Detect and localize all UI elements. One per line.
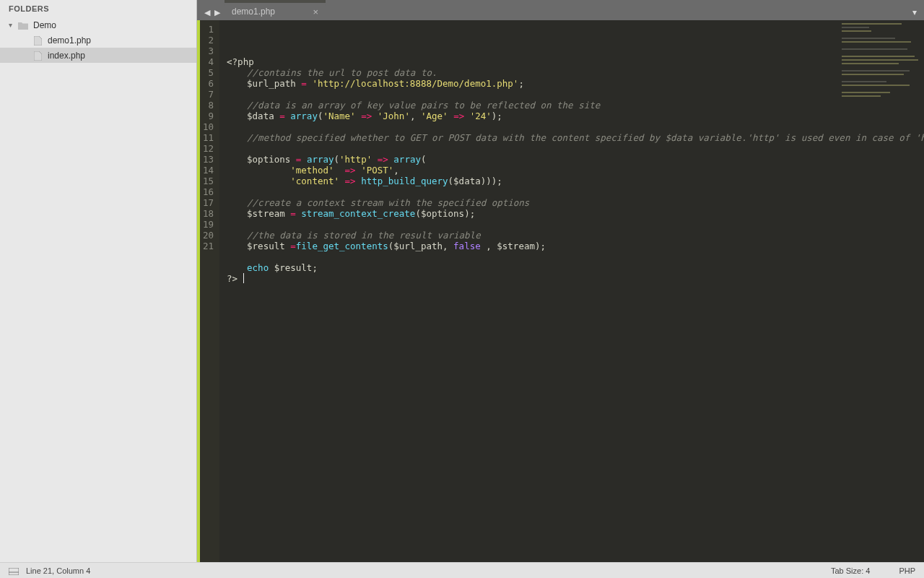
folder-tree: ▾ Demo demo1.phpindex.php	[0, 16, 196, 64]
sidebar-title: FOLDERS	[0, 0, 196, 16]
minimap[interactable]	[842, 23, 921, 110]
panel-switch-icon[interactable]	[9, 566, 19, 574]
code-editor[interactable]: 1 2 3 4 5 6 7 8 9 10 11 12 13 14 15 16 1…	[197, 20, 924, 562]
tab-label: demo1.php	[232, 7, 275, 17]
tab[interactable]: demo1.php×	[225, 3, 326, 20]
tab-size-indicator[interactable]: Tab Size: 4	[831, 566, 870, 575]
tree-folder-label: Demo	[33, 20, 56, 30]
nav-forward-icon[interactable]: ▶	[214, 8, 220, 17]
editor-pane: ◀ ▶ index.php×demo1.php× ▾ 1 2 3 4 5 6 7…	[197, 0, 924, 562]
cursor-position[interactable]: Line 21, Column 4	[26, 566, 90, 575]
tree-file-label: demo1.php	[48, 35, 91, 46]
line-gutter[interactable]: 1 2 3 4 5 6 7 8 9 10 11 12 13 14 15 16 1…	[200, 20, 219, 562]
tree-file[interactable]: demo1.php	[0, 33, 196, 48]
folder-icon	[17, 20, 29, 30]
chevron-down-icon[interactable]: ▾	[9, 21, 16, 29]
folders-sidebar: FOLDERS ▾ Demo demo1.phpindex.php	[0, 0, 197, 562]
tab-bar: ◀ ▶ index.php×demo1.php× ▾	[197, 0, 924, 20]
tab-menu-icon[interactable]: ▾	[905, 7, 924, 20]
tree-file[interactable]: index.php	[0, 48, 196, 63]
status-bar: Line 21, Column 4 Tab Size: 4 PHP	[0, 562, 924, 578]
tab-nav-arrows: ◀ ▶	[200, 8, 225, 20]
file-icon	[32, 35, 43, 45]
svg-rect-0	[9, 568, 19, 575]
nav-back-icon[interactable]: ◀	[204, 8, 210, 17]
syntax-indicator[interactable]: PHP	[899, 566, 915, 575]
code-body[interactable]: <?php//contains the url to post data to.…	[219, 20, 924, 562]
file-icon	[32, 50, 43, 60]
close-icon[interactable]: ×	[305, 7, 318, 17]
tree-file-label: index.php	[48, 51, 85, 61]
tree-folder-root[interactable]: ▾ Demo	[0, 17, 196, 33]
